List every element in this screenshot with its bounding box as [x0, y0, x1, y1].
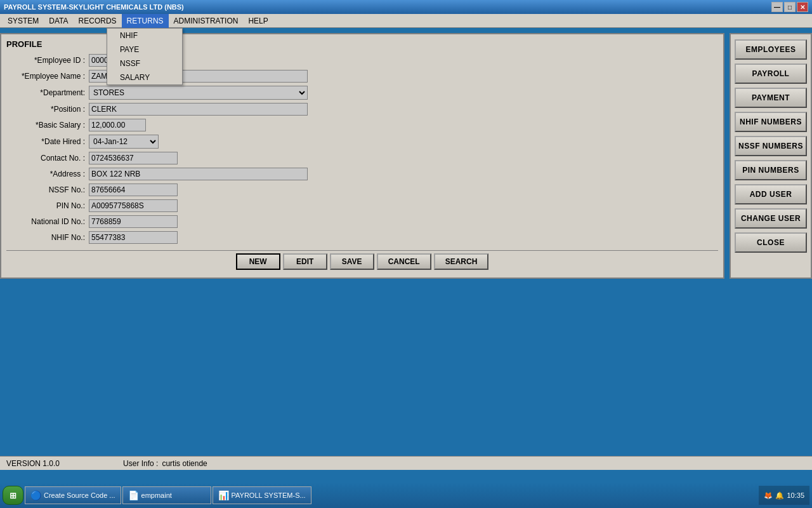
basic-salary-label: *Basic Salary : [6, 121, 89, 130]
firefox-icon: 🦊 [764, 491, 773, 500]
menu-administration[interactable]: ADMINISTRATION [169, 14, 244, 28]
pin-no-label: PIN No.: [6, 201, 89, 210]
close-window-button[interactable]: ✕ [797, 2, 808, 12]
department-select[interactable]: STORES [89, 86, 308, 100]
payroll-taskbar-label: PAYROLL SYSTEM-S... [232, 491, 306, 499]
department-label: *Department: [6, 88, 89, 97]
time-display: 10:35 [787, 491, 804, 499]
date-hired-select[interactable]: 04-Jan-12 [89, 135, 159, 149]
nssf-no-row: NSSF No.: [6, 184, 718, 196]
menu-help[interactable]: HELP [243, 14, 273, 28]
national-id-row: National ID No.: [6, 215, 718, 228]
date-hired-label: *Date Hired : [6, 137, 89, 146]
empmaint-label: empmaint [141, 491, 172, 499]
dropdown-paye[interactable]: PAYE [107, 43, 182, 57]
address-label: *Address : [6, 170, 89, 178]
save-button[interactable]: SAVE [330, 253, 374, 270]
address-row: *Address : [6, 168, 718, 180]
nssf-no-label: NSSF No.: [6, 185, 89, 194]
menu-data[interactable]: DATA [44, 14, 73, 28]
user-info-label: User Info : [123, 459, 158, 468]
contact-no-row: Contact No. : [6, 152, 718, 164]
basic-salary-row: *Basic Salary : [6, 119, 718, 131]
nhif-no-label: NHIF No.: [6, 233, 89, 242]
taskbar-empmaint[interactable]: 📄 empmaint [122, 486, 211, 504]
create-source-label: Create Source Code ... [44, 491, 115, 499]
pin-no-input[interactable] [89, 199, 178, 212]
create-source-icon: 🔵 [30, 490, 41, 500]
menu-system[interactable]: SYSTEM [3, 14, 44, 28]
returns-dropdown: NHIF PAYE NSSF SALARY [107, 28, 183, 85]
version-text: VERSION 1.0.0 [6, 459, 60, 468]
pin-numbers-button[interactable]: PIN NUMBERS [735, 160, 807, 180]
national-id-input[interactable] [89, 215, 178, 228]
maximize-button[interactable]: □ [784, 2, 796, 12]
close-button[interactable]: CLOSE [735, 232, 807, 253]
nhif-no-input[interactable] [89, 231, 178, 244]
windows-icon: ⊞ [10, 491, 16, 500]
pin-no-row: PIN No.: [6, 199, 718, 212]
basic-salary-input[interactable] [89, 119, 146, 131]
right-sidebar: EMPLOYEES PAYROLL PAYMENT NHIF NUMBERS N… [730, 33, 812, 279]
contact-no-label: Contact No. : [6, 154, 89, 163]
edit-button[interactable]: EDIT [283, 253, 327, 270]
nssf-numbers-button[interactable]: NSSF NUMBERS [735, 136, 807, 156]
new-button[interactable]: NEW [236, 253, 280, 270]
title-bar: PAYROLL SYSTEM-SKYLIGHT CHEMICALS LTD (N… [0, 0, 812, 14]
department-row: *Department: STORES [6, 86, 718, 100]
taskbar-payroll[interactable]: 📊 PAYROLL SYSTEM-S... [213, 486, 311, 504]
change-user-button[interactable]: CHANGE USER [735, 208, 807, 229]
dropdown-salary[interactable]: SALARY [107, 70, 182, 84]
national-id-label: National ID No.: [6, 217, 89, 226]
employees-button[interactable]: EMPLOYEES [735, 39, 807, 60]
cancel-button[interactable]: CANCEL [377, 253, 431, 270]
bottom-buttons: NEW EDIT SAVE CANCEL SEARCH [6, 250, 718, 272]
taskbar-right: 🦊 🔔 10:35 [759, 486, 809, 505]
nhif-numbers-button[interactable]: NHIF NUMBERS [735, 112, 807, 132]
date-hired-row: *Date Hired : 04-Jan-12 [6, 135, 718, 149]
payroll-taskbar-icon: 📊 [218, 490, 229, 500]
address-input[interactable] [89, 168, 308, 180]
user-name: curtis otiende [162, 459, 207, 468]
taskbar: ⊞ 🔵 Create Source Code ... 📄 empmaint 📊 … [0, 483, 812, 508]
start-button[interactable]: ⊞ [3, 486, 23, 505]
menu-bar: SYSTEM DATA RECORDS RETURNS ADMINISTRATI… [0, 14, 812, 28]
menu-returns[interactable]: RETURNS [122, 14, 169, 28]
contact-no-input[interactable] [89, 152, 178, 164]
date-input-wrap: 04-Jan-12 [89, 135, 159, 149]
notification-icon: 🔔 [775, 491, 784, 500]
payroll-button[interactable]: PAYROLL [735, 64, 807, 84]
add-user-button[interactable]: ADD USER [735, 184, 807, 204]
position-label: *Position : [6, 105, 89, 114]
dropdown-nhif[interactable]: NHIF [107, 29, 182, 43]
app-title: PAYROLL SYSTEM-SKYLIGHT CHEMICALS LTD (N… [4, 3, 184, 11]
search-button[interactable]: SEARCH [434, 253, 489, 270]
employee-name-label: *Employee Name : [6, 72, 89, 81]
title-bar-controls: — □ ✕ [771, 2, 808, 12]
empmaint-icon: 📄 [128, 490, 139, 500]
dropdown-nssf[interactable]: NSSF [107, 57, 182, 70]
nssf-no-input[interactable] [89, 184, 178, 196]
position-row: *Position : [6, 103, 718, 116]
payment-button[interactable]: PAYMENT [735, 88, 807, 108]
minimize-button[interactable]: — [771, 2, 783, 12]
taskbar-create-source[interactable]: 🔵 Create Source Code ... [25, 486, 121, 504]
position-input[interactable] [89, 103, 308, 116]
menu-records[interactable]: RECORDS [74, 14, 122, 28]
nhif-no-row: NHIF No.: [6, 231, 718, 244]
status-bar: VERSION 1.0.0 User Info : curtis otiende [0, 456, 812, 470]
employee-id-label: *Employee ID : [6, 56, 89, 65]
